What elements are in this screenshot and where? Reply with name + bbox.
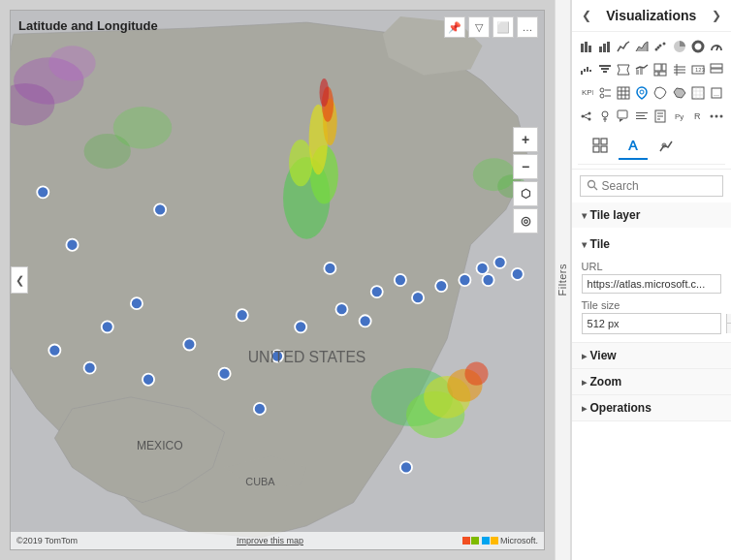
icon-paginated-report[interactable] — [652, 106, 669, 127]
icon-more-visuals[interactable] — [708, 106, 725, 127]
panel-collapse-button[interactable]: ❮ — [582, 9, 591, 22]
icon-decomp-tree[interactable] — [578, 106, 595, 127]
section-zoom-header[interactable]: ▸ Zoom — [572, 369, 731, 394]
spinner-up[interactable]: ▲ — [727, 314, 731, 324]
icon-key-influencers[interactable] — [596, 106, 614, 127]
svg-rect-108 — [618, 110, 627, 118]
tab-format[interactable] — [619, 133, 648, 160]
section-tile-layer-header[interactable]: ▾ Tile layer — [572, 202, 731, 228]
icon-pie[interactable] — [670, 36, 687, 57]
panel-header: ❮ Visualizations ❯ — [572, 0, 731, 32]
icon-area-chart[interactable] — [633, 36, 651, 57]
more-button[interactable]: … — [517, 16, 538, 38]
icon-matrix[interactable] — [670, 59, 687, 80]
icon-stacked-bar[interactable] — [578, 36, 595, 57]
svg-point-42 — [494, 257, 506, 268]
icon-donut[interactable] — [689, 36, 707, 57]
svg-rect-91 — [618, 87, 629, 99]
svg-point-61 — [663, 43, 666, 46]
svg-rect-54 — [585, 42, 588, 52]
zoom-out-button[interactable]: − — [513, 154, 538, 179]
svg-rect-122 — [601, 139, 607, 144]
icon-card[interactable]: 123 — [689, 59, 707, 80]
icon-combo[interactable] — [633, 59, 651, 80]
filter-button[interactable]: ▽ — [468, 16, 490, 38]
icon-map-visual[interactable] — [633, 82, 651, 104]
section-zoom: ▸ Zoom — [572, 369, 731, 395]
icon-ribbon[interactable] — [615, 59, 632, 80]
section-operations-header[interactable]: ▸ Operations — [572, 395, 731, 420]
svg-rect-97 — [692, 87, 704, 99]
svg-point-39 — [435, 280, 447, 292]
tab-fields[interactable] — [586, 133, 615, 160]
panel-expand-button[interactable]: ❯ — [712, 9, 721, 22]
map-link[interactable]: Improve this map — [237, 536, 303, 545]
icon-custom-visual[interactable]: ... — [708, 82, 725, 104]
svg-point-22 — [37, 186, 48, 198]
location-button[interactable]: ⬡ — [513, 181, 538, 206]
tab-analytics[interactable] — [652, 133, 681, 160]
icon-gauge[interactable] — [708, 36, 725, 57]
icon-treemap[interactable] — [652, 59, 669, 80]
icon-multirow-card[interactable] — [708, 59, 725, 80]
compass-button[interactable]: ◎ — [513, 208, 538, 233]
svg-rect-77 — [659, 72, 666, 76]
svg-rect-74 — [654, 64, 661, 71]
svg-rect-56 — [599, 47, 602, 52]
svg-point-120 — [719, 115, 722, 118]
svg-point-36 — [371, 286, 383, 297]
svg-point-46 — [254, 403, 266, 415]
svg-rect-68 — [589, 70, 591, 72]
icon-azure-map[interactable] — [689, 82, 707, 104]
pin-button[interactable]: 📌 — [444, 16, 465, 38]
url-label: URL — [582, 261, 721, 272]
icon-shape-map[interactable] — [670, 82, 687, 104]
icon-slicer[interactable] — [596, 82, 614, 104]
section-tile-layer: ▾ Tile layer ▾ Tile URL Tile size ▲ ▼ — [572, 202, 731, 343]
svg-point-8 — [320, 78, 330, 107]
svg-rect-57 — [603, 44, 606, 52]
url-input[interactable] — [582, 274, 721, 294]
icon-table[interactable] — [615, 82, 632, 104]
collapse-map-button[interactable]: ❮ — [11, 266, 28, 294]
spinner-down[interactable]: ▼ — [727, 324, 731, 333]
icon-kpi[interactable]: KPI — [578, 82, 595, 104]
icon-line-chart[interactable] — [615, 36, 632, 57]
icon-r-visual[interactable]: R — [689, 106, 707, 127]
operations-chevron: ▸ — [582, 403, 587, 414]
tile-sub-header[interactable]: ▾ Tile — [582, 233, 721, 255]
svg-text:KPI: KPI — [582, 88, 593, 97]
icon-waterfall[interactable] — [578, 59, 595, 80]
section-view-header[interactable]: ▸ View — [572, 343, 731, 368]
zoom-label: Zoom — [590, 375, 622, 389]
svg-rect-75 — [662, 64, 666, 71]
icon-filled-map[interactable] — [652, 82, 669, 104]
microsoft-logo — [462, 537, 498, 544]
icon-smart-narrative[interactable] — [633, 106, 651, 127]
svg-point-30 — [183, 338, 195, 350]
svg-rect-85 — [711, 69, 722, 73]
svg-point-23 — [66, 239, 78, 251]
icon-scatter[interactable] — [652, 36, 669, 57]
icon-python[interactable]: Py — [670, 106, 687, 127]
icon-bar-chart[interactable] — [596, 36, 614, 57]
tile-size-input[interactable] — [583, 315, 726, 332]
icon-grid: 123 KPI — [572, 32, 731, 170]
svg-point-44 — [512, 268, 524, 280]
svg-point-37 — [395, 274, 406, 286]
icon-funnel[interactable] — [596, 59, 614, 80]
svg-point-119 — [715, 115, 717, 118]
icon-qna[interactable] — [615, 106, 632, 127]
expand-button[interactable]: ⬜ — [493, 16, 514, 38]
svg-rect-58 — [607, 42, 610, 52]
tile-sub-chevron: ▾ — [582, 239, 587, 250]
map-controls: + − ⬡ ◎ — [513, 127, 538, 233]
tile-size-spinner[interactable]: ▲ ▼ — [726, 314, 731, 333]
tile-size-field[interactable]: ▲ ▼ — [582, 313, 721, 334]
search-input[interactable] — [602, 179, 716, 193]
zoom-in-button[interactable]: + — [513, 127, 538, 152]
svg-point-27 — [131, 297, 143, 309]
tile-sub-label: Tile — [590, 237, 610, 251]
svg-point-47 — [400, 461, 412, 473]
search-box[interactable] — [580, 175, 723, 197]
